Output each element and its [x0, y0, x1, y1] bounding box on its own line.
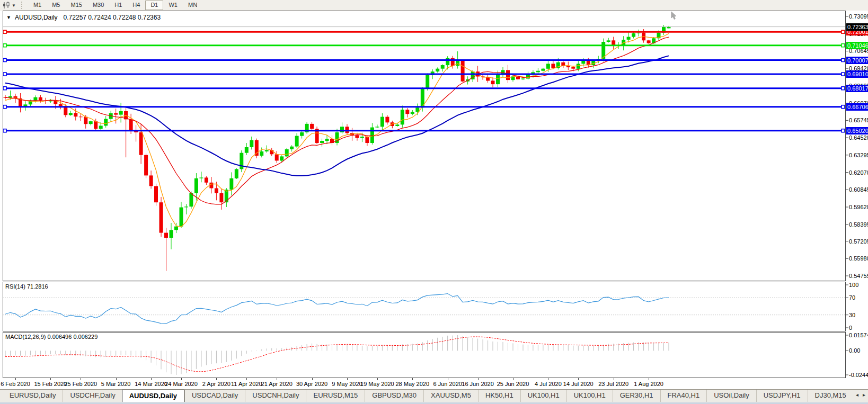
rsi-canvas[interactable]	[0, 282, 868, 332]
macd-label: MACD(12,26,9) 0.006496 0.006229	[5, 334, 98, 340]
chart-title: ▼ AUDUSD,Daily 0.72257 0.72424 0.72248 0…	[6, 14, 161, 21]
date-label: 2 Apr 2020	[202, 381, 231, 387]
date-label: 14 Jul 2020	[563, 381, 594, 387]
tab-hk50-h1[interactable]: HK50,H1	[478, 390, 520, 402]
symbol-dropdown-icon[interactable]: ▼	[6, 15, 11, 20]
date-label: 25 Jun 2020	[497, 381, 529, 387]
tab-eurusd-daily[interactable]: EURUSD,Daily	[3, 390, 63, 402]
date-axis: 6 Feb 202015 Feb 202025 Feb 20205 Mar 20…	[0, 378, 868, 389]
date-tick	[649, 378, 649, 380]
date-tick	[513, 378, 513, 380]
tabs-scroll-left-button[interactable]: ◂	[856, 392, 858, 398]
tab-usdcad-daily[interactable]: USDCAD,Daily	[184, 390, 245, 402]
timeframe-button-W1[interactable]: W1	[163, 1, 183, 10]
date-tick	[614, 378, 614, 380]
date-tick	[412, 378, 413, 380]
chart-title-symbol: AUDUSD,Daily	[15, 14, 58, 21]
date-label: 6 Jun 2020	[433, 381, 462, 387]
date-label: 24 Mar 2020	[165, 381, 198, 387]
tab-usdjpy-h1[interactable]: USDJPY,H1	[756, 390, 808, 402]
tab-gbpusd-m30[interactable]: GBPUSD,M30	[365, 390, 423, 402]
date-tick	[548, 378, 548, 380]
macd-canvas[interactable]	[0, 332, 868, 379]
date-label: 25 Feb 2020	[64, 381, 97, 387]
timeframe-button-M30[interactable]: M30	[87, 1, 109, 10]
date-tick	[216, 378, 217, 380]
date-label: 5 Mar 2020	[101, 381, 131, 387]
date-label: 6 Feb 2020	[1, 381, 30, 387]
rsi-label: RSI(14) 71.2816	[5, 283, 48, 290]
timeframe-button-M15[interactable]: M15	[65, 1, 87, 10]
tab-uk100-h1[interactable]: UK100,H1	[520, 390, 566, 402]
candlestick-chart-icon[interactable]	[2, 2, 11, 9]
price-chart-canvas[interactable]	[0, 11, 868, 282]
date-tick	[312, 378, 313, 380]
timeframe-button-M1[interactable]: M1	[28, 1, 47, 10]
tab-eurusd-m15[interactable]: EURUSD,M15	[306, 390, 365, 402]
date-tick	[347, 378, 348, 380]
date-tick	[151, 378, 152, 380]
hline-label-box[interactable]: 0.69010	[846, 70, 868, 78]
date-label: 21 Apr 2020	[261, 381, 293, 387]
hline-label-box[interactable]: 0.70007	[846, 57, 868, 64]
date-tick	[377, 378, 378, 380]
hline-label-box[interactable]: 0.68017	[846, 85, 868, 92]
hline-label-box[interactable]: 0.66706	[846, 103, 868, 111]
tabs-scroll-right-button[interactable]: ▸	[863, 392, 865, 398]
tab-fra40-h1[interactable]: FRA40,H1	[660, 390, 707, 402]
toolbar-grip	[21, 2, 25, 9]
tab-xauusd-m5[interactable]: XAUUSD,M5	[423, 390, 478, 402]
date-tick	[448, 378, 448, 380]
current-price-label-box[interactable]: 0.72363	[846, 23, 868, 31]
timeframe-button-M5[interactable]: M5	[47, 1, 65, 10]
date-label: 11 Apr 2020	[231, 381, 262, 387]
chart-tabs: EURUSD,DailyUSDCHF,DailyAUDUSD,DailyUSDC…	[0, 390, 850, 402]
date-label: 15 Feb 2020	[34, 381, 67, 387]
tab-usdcnh-daily[interactable]: USDCNH,Daily	[245, 390, 306, 402]
date-label: 19 May 2020	[360, 381, 394, 387]
tab-bar: EURUSD,DailyUSDCHF,DailyAUDUSD,DailyUSDC…	[0, 389, 868, 404]
timeframe-button-H4[interactable]: H4	[127, 1, 145, 10]
dropdown-caret-icon[interactable]: ▼	[12, 3, 16, 8]
date-tick	[116, 378, 117, 380]
tab-uk100-h1[interactable]: UK100,H1	[566, 390, 613, 402]
toolbar: ▼ M1M5M15M30H1H4D1W1MN	[0, 0, 868, 11]
date-label: 16 Jun 2020	[462, 381, 494, 387]
date-label: 1 Aug 2020	[634, 381, 663, 387]
tab-usoil-daily[interactable]: USOil,Daily	[706, 390, 756, 402]
date-tick	[181, 378, 182, 380]
hline-label-box[interactable]: 0.65020	[846, 127, 868, 134]
mt4-window: { "toolbar": { "chart_tool_icon": "candl…	[0, 0, 868, 404]
date-tick	[578, 378, 579, 380]
date-label: 14 Mar 2020	[135, 381, 167, 387]
timeframe-button-group: M1M5M15M30H1H4D1W1MN	[28, 1, 202, 10]
date-label: 9 May 2020	[332, 381, 362, 387]
date-label: 23 Jul 2020	[598, 381, 628, 387]
date-tick	[246, 378, 247, 380]
hline-label-box[interactable]: 0.71046	[846, 42, 868, 49]
date-tick	[15, 378, 16, 380]
date-tick	[50, 378, 51, 380]
date-label: 28 May 2020	[395, 381, 429, 387]
mouse-cursor-icon	[671, 12, 677, 22]
chart-title-ohlc: 0.72257 0.72424 0.72248 0.72363	[64, 14, 161, 21]
date-tick	[478, 378, 479, 380]
date-tick	[277, 378, 277, 380]
timeframe-button-H1[interactable]: H1	[109, 1, 127, 10]
timeframe-button-D1[interactable]: D1	[145, 1, 163, 10]
tab-usdchf-daily[interactable]: USDCHF,Daily	[63, 390, 122, 402]
tab-ger30-h1[interactable]: GER30,H1	[613, 390, 660, 402]
tab-audusd-daily[interactable]: AUDUSD,Daily	[122, 390, 184, 402]
date-label: 4 Jul 2020	[535, 381, 562, 387]
date-tick	[81, 378, 81, 380]
tab-dj30-m15[interactable]: DJ30,M15	[808, 390, 850, 402]
date-label: 30 Apr 2020	[296, 381, 327, 387]
timeframe-button-MN[interactable]: MN	[183, 1, 202, 10]
